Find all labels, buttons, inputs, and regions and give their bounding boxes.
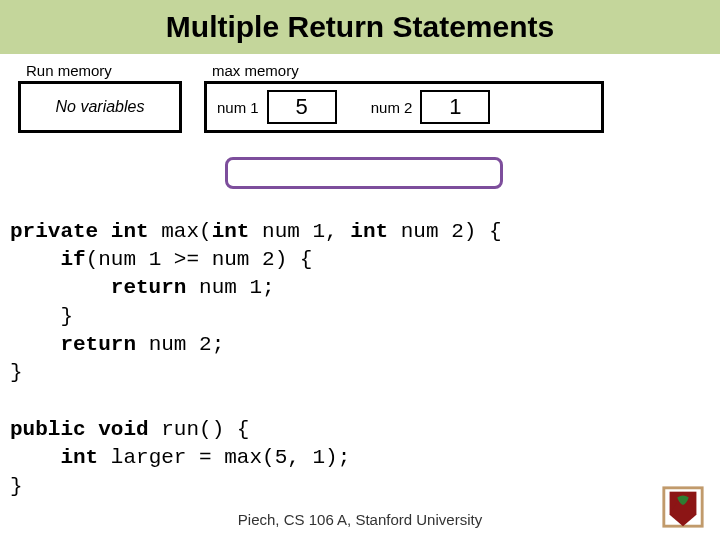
code-line-6: }	[10, 361, 23, 384]
code-line-7: public void run() {	[10, 418, 249, 441]
code-line-5: return num 2;	[10, 333, 224, 356]
title-band: Multiple Return Statements	[0, 0, 720, 54]
code-line-4: }	[10, 305, 73, 328]
var-value-num2: 1	[420, 90, 490, 124]
run-memory-box: No variables	[18, 81, 182, 133]
max-memory-box: num 1 5 num 2 1	[204, 81, 604, 133]
footer-text: Piech, CS 106 A, Stanford University	[0, 511, 720, 528]
code-line-2: if(num 1 >= num 2) {	[10, 248, 312, 271]
var-value-num1: 5	[267, 90, 337, 124]
no-variables-text: No variables	[56, 98, 145, 116]
memory-row: Run memory No variables max memory num 1…	[18, 62, 720, 133]
var-name-num1: num 1	[217, 99, 259, 116]
run-memory-block: Run memory No variables	[18, 62, 182, 133]
max-memory-block: max memory num 1 5 num 2 1	[204, 62, 604, 133]
code-line-8: int larger = max(5, 1);	[10, 446, 350, 469]
var-name-num2: num 2	[371, 99, 413, 116]
stanford-logo-icon	[660, 484, 706, 530]
code-line-1: private int max(int num 1, int num 2) {	[10, 220, 502, 243]
code-line-9: }	[10, 475, 23, 498]
run-memory-label: Run memory	[26, 62, 182, 79]
code-block: private int max(int num 1, int num 2) { …	[10, 161, 720, 501]
param-highlight	[225, 157, 503, 189]
code-line-3: return num 1;	[10, 276, 275, 299]
max-memory-label: max memory	[212, 62, 604, 79]
slide-title: Multiple Return Statements	[166, 10, 554, 44]
